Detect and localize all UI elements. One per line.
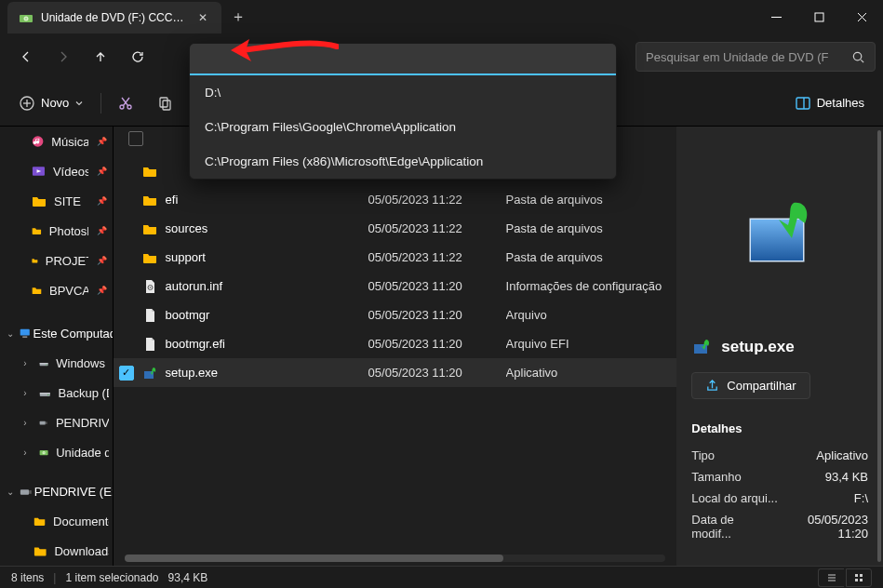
tab-close-button[interactable]: ✕ (195, 10, 210, 25)
file-row[interactable]: bootmgr05/05/2023 11:20Arquivo (114, 301, 677, 329)
sidebar-pinned-item[interactable]: BPVCAST📌 (0, 275, 113, 305)
svg-rect-23 (22, 336, 27, 338)
window-tab[interactable]: Unidade de DVD (F:) CCCOMA ✕ (7, 2, 221, 33)
chevron-right-icon[interactable]: › (19, 448, 32, 458)
details-toggle[interactable]: Detalhes (785, 89, 874, 117)
chevron-right-icon[interactable]: › (19, 418, 32, 428)
chevron-right-icon[interactable]: › (19, 388, 32, 398)
file-row[interactable]: support05/05/2023 11:22Pasta de arquivos (114, 243, 677, 272)
pin-icon[interactable]: 📌 (96, 256, 109, 265)
cut-button[interactable] (109, 87, 142, 120)
maximize-button[interactable] (797, 0, 840, 33)
refresh-button[interactable] (119, 38, 156, 75)
svg-rect-4 (815, 13, 823, 21)
view-list-button[interactable] (818, 568, 844, 587)
file-type: Arquivo (506, 308, 662, 322)
pin-icon[interactable]: 📌 (96, 137, 109, 146)
status-selection: 1 item selecionado (65, 571, 158, 584)
sidebar-folder-item[interactable]: Downloads (0, 536, 113, 566)
file-name: autorun.inf (166, 279, 361, 293)
svg-rect-49 (860, 579, 863, 581)
file-preview (691, 141, 868, 327)
folder-icon (142, 221, 157, 236)
file-row[interactable]: ✓setup.exe05/05/2023 11:20Aplicativo (114, 358, 677, 387)
sidebar-drive-item[interactable]: ›Windows 11 (C (0, 348, 113, 378)
sidebar-pinned-item[interactable]: SITE📌 (0, 186, 113, 216)
horizontal-scrollbar[interactable] (125, 555, 666, 562)
search-input[interactable]: Pesquisar em Unidade de DVD (F (635, 42, 876, 72)
svg-rect-36 (29, 490, 32, 494)
sidebar-item-label: Unidade de DV (56, 446, 108, 460)
sidebar-pinned-item[interactable]: PROJETOS PARA📌 (0, 246, 113, 275)
scrollbar-thumb[interactable] (125, 555, 503, 562)
pin-icon[interactable]: 📌 (96, 196, 109, 206)
svg-point-29 (47, 394, 48, 395)
installer-icon (691, 337, 712, 357)
sidebar-drive-item[interactable]: ›Unidade de DV (0, 437, 113, 467)
forward-button[interactable] (45, 38, 82, 75)
file-date: 05/05/2023 11:20 (368, 308, 499, 322)
details-property-row: Tamanho93,4 KB (691, 466, 868, 488)
details-property-value: F:\ (854, 491, 868, 505)
pin-icon[interactable]: 📌 (96, 286, 109, 295)
svg-point-12 (120, 105, 124, 109)
copy-button[interactable] (148, 87, 181, 120)
sidebar-pendrive[interactable]: ⌄ PENDRIVE (E:) (0, 476, 113, 506)
details-pane-icon (795, 95, 811, 112)
sidebar-this-pc[interactable]: ⌄ Este Computador (0, 318, 113, 348)
file-row[interactable]: efi05/05/2023 11:22Pasta de arquivos (114, 185, 677, 214)
folder-icon (142, 250, 157, 265)
sidebar-pinned-item[interactable]: Vídeos📌 (0, 156, 113, 186)
file-list[interactable]: efi05/05/2023 11:22Pasta de arquivossour… (114, 127, 677, 566)
new-tab-button[interactable]: ＋ (221, 0, 255, 33)
sidebar-item-label: Documentos (53, 514, 109, 528)
sidebar-pinned-item[interactable]: Photoshop📌 (0, 216, 113, 246)
details-section-title: Detalhes (691, 421, 868, 435)
title-bar: Unidade de DVD (F:) CCCOMA ✕ ＋ (0, 0, 883, 33)
row-checkbox[interactable]: ✓ (119, 366, 134, 381)
chevron-right-icon[interactable]: › (19, 358, 32, 368)
back-button[interactable] (7, 38, 45, 75)
select-all-checkbox[interactable] (128, 131, 143, 146)
usb-drive-icon (39, 415, 48, 430)
file-row[interactable]: autorun.inf05/05/2023 11:20Informações d… (114, 272, 677, 301)
svg-rect-31 (46, 421, 47, 423)
folder-icon (142, 164, 157, 179)
settings-file-icon (142, 279, 157, 294)
svg-rect-22 (20, 329, 30, 336)
view-grid-button[interactable] (846, 568, 872, 587)
details-property-key: Tipo (691, 448, 715, 462)
close-button[interactable] (840, 0, 883, 33)
file-date: 05/05/2023 11:20 (368, 366, 499, 380)
sidebar-folder-item[interactable]: Documentos (0, 506, 113, 536)
file-name: sources (166, 221, 361, 235)
chevron-down-icon[interactable]: ⌄ (4, 328, 17, 339)
pin-icon[interactable]: 📌 (96, 226, 109, 235)
file-row[interactable]: bootmgr.efi05/05/2023 11:20Arquivo EFI (114, 329, 677, 358)
details-property-value: 05/05/2023 11:20 (776, 513, 869, 541)
dvd-drive-icon (19, 10, 33, 25)
new-button[interactable]: Novo (9, 89, 93, 117)
svg-point-38 (149, 287, 151, 288)
address-suggestion[interactable]: C:\Program Files (x86)\Microsoft\Edge\Ap… (190, 144, 616, 179)
sidebar-pinned-item[interactable]: Músicas📌 (0, 127, 113, 156)
minimize-button[interactable] (755, 0, 797, 33)
address-bar-dropdown: D:\C:\Program Files\Google\Chrome\Applic… (189, 43, 617, 180)
vertical-scrollbar[interactable] (877, 130, 881, 562)
address-suggestion[interactable]: D:\ (190, 75, 616, 110)
sidebar-item-label: Músicas (51, 135, 87, 149)
sidebar-item-label: Vídeos (53, 165, 88, 179)
svg-point-13 (127, 105, 131, 109)
chevron-down-icon[interactable]: ⌄ (4, 487, 17, 497)
folder-icon (32, 194, 47, 208)
address-bar-input[interactable] (190, 44, 616, 75)
share-button[interactable]: Compartilhar (691, 372, 809, 399)
sidebar-drive-item[interactable]: ›PENDRIVE (E:) (0, 408, 113, 437)
file-row[interactable]: sources05/05/2023 11:22Pasta de arquivos (114, 214, 677, 243)
up-button[interactable] (82, 38, 119, 75)
file-name: setup.exe (166, 366, 361, 380)
sidebar-drive-item[interactable]: ›Backup (D:) (0, 378, 113, 408)
address-suggestion[interactable]: C:\Program Files\Google\Chrome\Applicati… (190, 110, 616, 144)
pin-icon[interactable]: 📌 (96, 167, 109, 176)
navigation-pane[interactable]: Músicas📌Vídeos📌SITE📌Photoshop📌PROJETOS P… (0, 127, 114, 566)
